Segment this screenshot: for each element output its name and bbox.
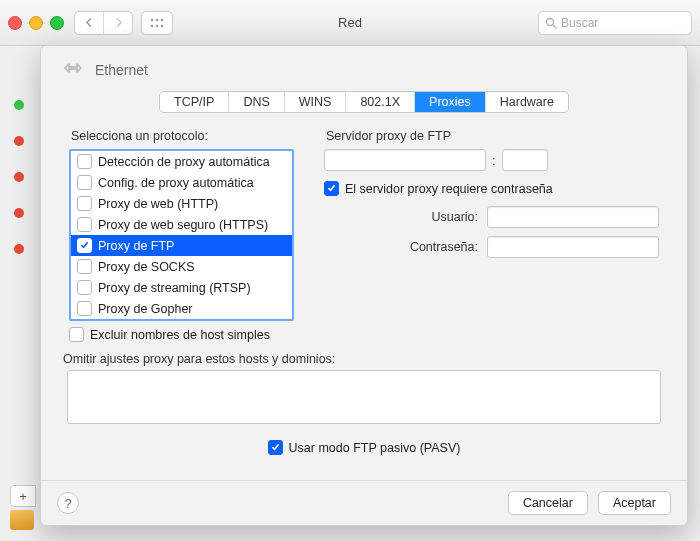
background-network-list <box>14 100 34 280</box>
checkbox-icon[interactable] <box>77 175 92 190</box>
nav-back-forward[interactable] <box>74 11 133 35</box>
tab-wins[interactable]: WINS <box>284 92 346 112</box>
protocol-list-label: Selecciona un protocolo: <box>71 129 294 143</box>
checkbox-icon[interactable] <box>77 196 92 211</box>
sheet-footer: ? Cancelar Aceptar <box>41 480 687 525</box>
list-item[interactable]: Proxy de FTP <box>71 235 292 256</box>
list-item-label: Proxy de SOCKS <box>98 260 195 274</box>
requires-password-checkbox[interactable]: El servidor proxy requiere contraseña <box>324 181 659 196</box>
window-titlebar: Red Buscar <box>0 0 700 46</box>
exclude-simple-checkbox[interactable]: Excluir nombres de host simples <box>69 327 294 342</box>
breadcrumb: Ethernet <box>61 60 667 79</box>
host-port-separator: : <box>492 153 496 168</box>
checkbox-icon[interactable] <box>77 301 92 316</box>
checkbox-icon[interactable] <box>324 181 339 196</box>
list-item[interactable]: Proxy de SOCKS <box>71 256 292 277</box>
search-input[interactable]: Buscar <box>538 11 692 35</box>
passive-ftp-label: Usar modo FTP pasivo (PASV) <box>289 441 461 455</box>
list-item-label: Config. de proxy automática <box>98 176 254 190</box>
server-label: Servidor proxy de FTP <box>326 129 659 143</box>
list-item-label: Proxy de Gopher <box>98 302 193 316</box>
password-label: Contraseña: <box>410 240 478 254</box>
checkbox-icon[interactable] <box>77 280 92 295</box>
forward-button[interactable] <box>103 12 132 34</box>
tab-tcpip[interactable]: TCP/IP <box>160 92 228 112</box>
traffic-lights <box>8 16 64 30</box>
passive-ftp-checkbox[interactable]: Usar modo FTP pasivo (PASV) <box>61 440 667 455</box>
list-item-label: Proxy de FTP <box>98 239 174 253</box>
status-dot-red-icon <box>14 208 24 218</box>
bypass-textarea[interactable] <box>67 370 661 424</box>
svg-point-3 <box>151 24 154 27</box>
requires-password-label: El servidor proxy requiere contraseña <box>345 182 553 196</box>
tab-proxies[interactable]: Proxies <box>414 92 485 112</box>
protocol-list[interactable]: Detección de proxy automática Config. de… <box>69 149 294 321</box>
ok-button[interactable]: Aceptar <box>598 491 671 515</box>
list-item[interactable]: Proxy de web (HTTP) <box>71 193 292 214</box>
close-window-icon[interactable] <box>8 16 22 30</box>
checkbox-icon[interactable] <box>69 327 84 342</box>
svg-point-2 <box>161 18 164 21</box>
list-item-label: Proxy de web seguro (HTTPS) <box>98 218 268 232</box>
username-label: Usuario: <box>431 210 478 224</box>
tab-dns[interactable]: DNS <box>228 92 283 112</box>
checkbox-icon[interactable] <box>77 154 92 169</box>
svg-point-6 <box>547 18 554 25</box>
svg-point-1 <box>156 18 159 21</box>
checkbox-icon[interactable] <box>77 238 92 253</box>
breadcrumb-label: Ethernet <box>95 62 148 78</box>
status-dot-red-icon <box>14 136 24 146</box>
svg-point-0 <box>151 18 154 21</box>
list-item-label: Proxy de streaming (RTSP) <box>98 281 251 295</box>
search-placeholder: Buscar <box>561 16 598 30</box>
lock-icon[interactable] <box>10 510 34 530</box>
list-item[interactable]: Config. de proxy automática <box>71 172 292 193</box>
list-item-label: Proxy de web (HTTP) <box>98 197 218 211</box>
password-input[interactable] <box>487 236 659 258</box>
svg-point-5 <box>161 24 164 27</box>
list-item-label: Detección de proxy automática <box>98 155 270 169</box>
exclude-simple-label: Excluir nombres de host simples <box>90 328 270 342</box>
back-button[interactable] <box>75 12 103 34</box>
tab-bar: TCP/IP DNS WINS 802.1X Proxies Hardware <box>159 91 569 113</box>
help-button[interactable]: ? <box>57 492 79 514</box>
list-item[interactable]: Proxy de Gopher <box>71 298 292 319</box>
svg-line-7 <box>553 25 556 28</box>
checkbox-icon[interactable] <box>77 217 92 232</box>
cancel-button[interactable]: Cancelar <box>508 491 588 515</box>
show-all-button[interactable] <box>141 11 173 35</box>
proxy-port-input[interactable] <box>502 149 548 171</box>
status-dot-red-icon <box>14 172 24 182</box>
proxy-host-input[interactable] <box>324 149 486 171</box>
list-item[interactable]: Proxy de streaming (RTSP) <box>71 277 292 298</box>
checkbox-icon[interactable] <box>268 440 283 455</box>
zoom-window-icon[interactable] <box>50 16 64 30</box>
checkbox-icon[interactable] <box>77 259 92 274</box>
svg-point-4 <box>156 24 159 27</box>
list-item[interactable]: Proxy de web seguro (HTTPS) <box>71 214 292 235</box>
ethernet-glyph-icon <box>61 60 85 79</box>
advanced-sheet: Ethernet TCP/IP DNS WINS 802.1X Proxies … <box>40 45 688 526</box>
status-dot-red-icon <box>14 244 24 254</box>
bypass-label: Omitir ajustes proxy para estos hosts y … <box>63 352 667 366</box>
tab-hardware[interactable]: Hardware <box>485 92 568 112</box>
search-icon <box>545 17 557 29</box>
username-input[interactable] <box>487 206 659 228</box>
list-item[interactable]: Detección de proxy automática <box>71 151 292 172</box>
status-dot-green-icon <box>14 100 24 110</box>
tab-8021x[interactable]: 802.1X <box>345 92 414 112</box>
add-service-button[interactable]: + <box>10 485 36 507</box>
minimize-window-icon[interactable] <box>29 16 43 30</box>
